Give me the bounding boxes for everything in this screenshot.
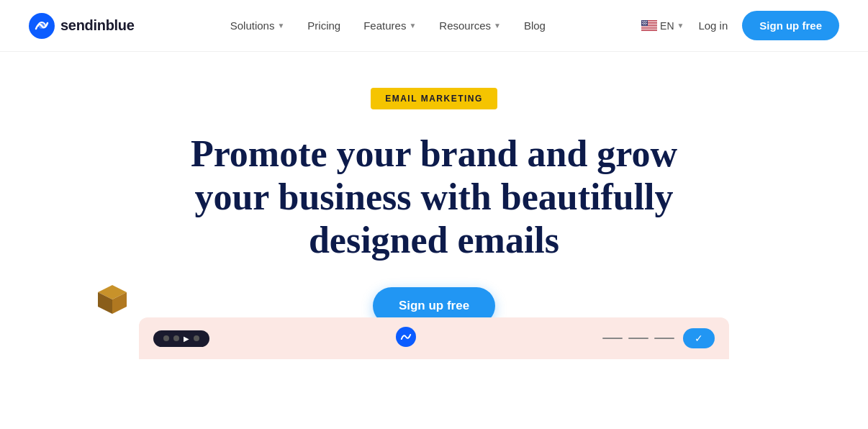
nav-resources[interactable]: Resources ▼ [439,19,501,32]
svg-point-21 [644,23,645,24]
preview-dot-3 [194,335,199,341]
navbar: sendinblue Solutions ▼ Pricing Features … [0,0,868,52]
svg-point-24 [643,24,643,24]
preview-line-2 [628,338,648,339]
preview-left-controls: ▶ [153,330,209,347]
svg-rect-8 [641,30,657,30]
svg-point-13 [645,21,646,22]
svg-point-19 [642,23,643,24]
language-selector[interactable]: EN ▼ [641,20,684,32]
svg-point-26 [645,24,646,24]
svg-rect-6 [641,26,657,27]
svg-point-27 [646,24,646,24]
svg-point-20 [643,23,643,24]
brand-name: sendinblue [60,17,135,34]
preview-right-controls: ✓ [602,328,715,348]
svg-point-10 [642,21,643,22]
preview-line-1 [602,338,623,339]
preview-line-3 [654,338,674,339]
floating-box-decoration [94,282,131,320]
preview-play-icon: ▶ [184,335,189,343]
preview-bar: ▶ ✓ [139,317,729,359]
preview-center-logo [396,327,416,350]
check-icon: ✓ [695,333,703,344]
preview-check-button[interactable]: ✓ [683,328,715,348]
svg-point-1 [39,23,45,29]
nav-features[interactable]: Features ▼ [363,19,416,32]
svg-point-11 [643,21,643,22]
svg-point-18 [646,22,646,22]
svg-point-16 [643,22,644,22]
svg-rect-7 [641,27,657,28]
navbar-signup-button[interactable]: Sign up free [742,11,839,40]
svg-point-14 [646,21,647,22]
svg-point-15 [643,22,643,22]
preview-dot-2 [173,335,179,341]
email-marketing-badge: EMAIL MARKETING [371,88,497,109]
resources-chevron-icon: ▼ [494,22,501,30]
nav-links: Solutions ▼ Pricing Features ▼ Resources… [230,19,546,32]
solutions-chevron-icon: ▼ [277,22,284,30]
svg-point-23 [646,23,647,24]
features-chevron-icon: ▼ [409,22,416,30]
lang-chevron-icon: ▼ [677,22,684,30]
login-button[interactable]: Log in [698,19,728,32]
nav-blog[interactable]: Blog [524,19,546,32]
svg-point-17 [645,22,646,22]
sendinblue-logo-icon [29,13,55,39]
svg-point-12 [644,21,645,22]
svg-point-25 [643,24,644,24]
nav-solutions[interactable]: Solutions ▼ [230,19,285,32]
svg-point-22 [645,23,646,24]
nav-pricing[interactable]: Pricing [307,19,340,32]
navbar-actions: EN ▼ Log in Sign up free [641,11,839,40]
hero-title: Promote your brand and grow your busines… [175,132,693,261]
flag-icon [641,20,657,31]
preview-lines [602,338,674,339]
preview-dot-1 [163,335,169,341]
logo-area: sendinblue [29,13,135,39]
hero-section: EMAIL MARKETING Promote your brand and g… [0,52,868,359]
